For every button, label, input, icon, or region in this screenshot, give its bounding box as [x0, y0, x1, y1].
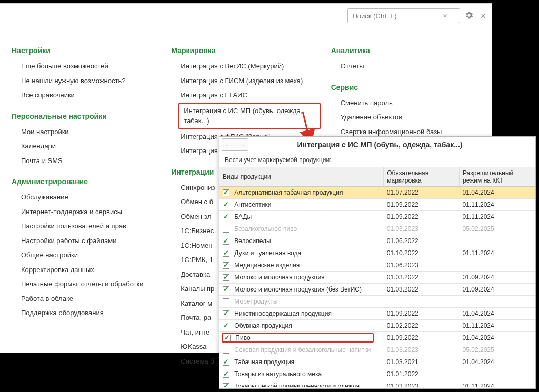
- menu-item[interactable]: Общие настройки: [12, 248, 161, 263]
- checkbox[interactable]: [223, 310, 229, 317]
- cell-product: Табачная продукция: [219, 356, 384, 368]
- products-table: Виды продукции Обязательная маркировка Р…: [219, 167, 535, 387]
- clear-search-icon[interactable]: ×: [443, 12, 447, 20]
- cell-date1: 01.03.2023: [384, 223, 460, 235]
- cell-date1: 01.09.2022: [384, 332, 460, 344]
- cell-date2: [460, 368, 535, 380]
- checkbox[interactable]: [223, 226, 229, 233]
- checkbox[interactable]: [223, 238, 229, 245]
- menu-item[interactable]: Поддержка оборудования: [12, 306, 161, 320]
- overlay-title: Интеграция с ИС МП (обувь, одежда, табак…: [251, 140, 535, 149]
- menu-item[interactable]: Интернет-поддержка и сервисы: [12, 205, 161, 219]
- checkbox[interactable]: [223, 214, 229, 220]
- menu-item[interactable]: Еще больше возможностей: [12, 59, 161, 74]
- cell-date2: 05.02.2025: [460, 223, 535, 235]
- col-header-name[interactable]: Виды продукции: [219, 167, 384, 187]
- cell-date2: 01.11.2024: [460, 380, 535, 388]
- cell-date2: 01.09.2024: [460, 284, 535, 296]
- table-row[interactable]: Никотиносодержащая продукция01.09.202201…: [219, 308, 535, 320]
- close-icon[interactable]: ×: [478, 11, 488, 22]
- cell-product: Никотиносодержащая продукция: [219, 308, 384, 320]
- table-row[interactable]: Товары легкой промышленности и одежда01.…: [219, 380, 535, 388]
- cell-date2: 01.04.2024: [460, 187, 535, 199]
- table-row[interactable]: Духи и туалетная вода01.10.202201.11.202…: [219, 247, 535, 259]
- cell-date2: [460, 235, 535, 247]
- menu-item[interactable]: Мои настройки: [12, 125, 161, 139]
- table-row[interactable]: Обувная продукция01.02.202201.11.2024: [219, 320, 535, 332]
- checkbox[interactable]: [223, 323, 229, 329]
- menu-item[interactable]: Печатные формы, отчеты и обработки: [12, 277, 161, 292]
- table-row[interactable]: Антисептики01.09.202201.11.2024: [219, 199, 535, 211]
- checkbox[interactable]: [223, 371, 229, 378]
- products-table-wrap[interactable]: Виды продукции Обязательная маркировка Р…: [219, 167, 535, 387]
- checkbox[interactable]: [223, 202, 229, 208]
- menu-item[interactable]: Почта и SMS: [12, 154, 161, 168]
- table-row[interactable]: Молоко и молочная продукция (без ВетИС)0…: [219, 284, 535, 296]
- checkbox[interactable]: [223, 189, 229, 196]
- col-header-date2[interactable]: Разрешительный режим на ККТ: [460, 167, 535, 187]
- table-row[interactable]: Морепродукты: [219, 296, 535, 308]
- cell-date2: 01.11.2024: [460, 320, 535, 332]
- table-row[interactable]: БАДы01.09.202201.11.2024: [219, 211, 535, 223]
- menu-item[interactable]: Календари: [12, 139, 161, 154]
- section-title: Аналитика: [331, 46, 480, 55]
- cell-product: БАДы: [219, 211, 384, 223]
- table-row[interactable]: Пиво 01.09.202201.04.2024: [219, 332, 535, 344]
- cell-product: Альтернативная табачная продукция: [219, 187, 384, 199]
- menu-item[interactable]: Интеграция с ИС МП (обувь, одежда, табак…: [178, 103, 320, 129]
- menu-item[interactable]: Корректировка данных: [12, 263, 161, 277]
- table-row[interactable]: Товары из натурального меха01.01.2022: [219, 368, 535, 380]
- cell-date1: 01.01.2022: [384, 368, 460, 380]
- overlay-header: ← → Интеграция с ИС МП (обувь, одежда, т…: [219, 137, 535, 153]
- checkbox[interactable]: [223, 250, 229, 257]
- checkbox[interactable]: [223, 298, 229, 305]
- cell-product: Велосипеды: [219, 235, 384, 247]
- menu-item[interactable]: Все справочники: [12, 88, 161, 103]
- cell-date2: 01.11.2024: [460, 211, 535, 223]
- col-header-date1[interactable]: Обязательная маркировка: [384, 167, 460, 187]
- checkbox[interactable]: [223, 383, 229, 387]
- table-row[interactable]: Альтернативная табачная продукция01.07.2…: [219, 187, 535, 199]
- cell-product: Молоко и молочная продукция: [219, 272, 384, 284]
- section-title: Персональные настройки: [12, 112, 161, 120]
- section-title: Настройки: [12, 46, 161, 55]
- menu-item[interactable]: Интеграция с ВетИС (Меркурий): [171, 59, 320, 74]
- search-box[interactable]: ×: [347, 8, 460, 23]
- table-row[interactable]: Молоко и молочная продукция01.03.202201.…: [219, 272, 535, 284]
- cell-date1: 01.02.2022: [384, 320, 460, 332]
- cell-product: Пиво: [219, 332, 384, 344]
- cell-date1: [384, 296, 460, 308]
- table-row[interactable]: Медицинские изделия01.06.2023: [219, 259, 535, 272]
- menu-item[interactable]: Удаление объектов: [331, 110, 480, 125]
- checkbox[interactable]: [223, 359, 229, 366]
- menu-item[interactable]: Работа в облаке: [12, 292, 161, 306]
- menu-item[interactable]: Интеграция с ЕГАИС: [171, 88, 320, 103]
- cell-product: Духи и туалетная вода: [219, 247, 384, 259]
- cell-date2: 01.04.2024: [460, 308, 535, 320]
- cell-date1: 01.03.2022: [384, 272, 460, 284]
- cell-date2: 01.09.2024: [460, 272, 535, 284]
- cell-date1: 01.09.2022: [384, 199, 460, 211]
- menu-column: НастройкиЕще больше возможностейНе нашли…: [12, 46, 161, 368]
- menu-item[interactable]: Настройки работы с файлами: [12, 234, 161, 248]
- table-row[interactable]: Велосипеды01.06.2022: [219, 235, 535, 247]
- menu-item[interactable]: Отчеты: [331, 59, 480, 74]
- cell-product: Медицинские изделия: [219, 259, 384, 272]
- menu-item[interactable]: Не нашли нужную возможность?: [12, 74, 161, 88]
- menu-item[interactable]: Настройки пользователей и прав: [12, 219, 161, 234]
- menu-item[interactable]: Сменить пароль: [331, 96, 480, 110]
- checkbox[interactable]: [223, 286, 229, 293]
- checkbox[interactable]: [223, 347, 229, 354]
- checkbox[interactable]: [224, 335, 231, 341]
- checkbox[interactable]: [223, 274, 229, 281]
- menu-item[interactable]: Интеграция с ГИСМ (изделия из меха): [171, 74, 320, 88]
- search-input[interactable]: [351, 12, 443, 21]
- gear-icon[interactable]: [464, 11, 474, 22]
- checkbox[interactable]: [223, 262, 229, 269]
- table-row[interactable]: Безалкогольное пиво01.03.202305.02.2025: [219, 223, 535, 235]
- nav-back-button[interactable]: ←: [222, 138, 235, 151]
- table-row[interactable]: Соковая продукция и безалкогольные напит…: [219, 344, 535, 356]
- nav-forward-button[interactable]: →: [235, 138, 248, 151]
- table-row[interactable]: Табачная продукция01.03.202101.04.2024: [219, 356, 535, 368]
- menu-item[interactable]: Обслуживание: [12, 190, 161, 205]
